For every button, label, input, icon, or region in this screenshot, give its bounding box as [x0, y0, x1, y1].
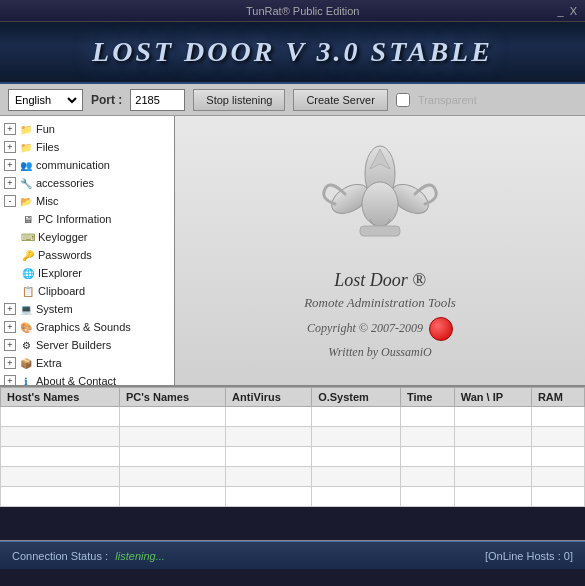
- svg-rect-4: [360, 226, 400, 236]
- online-hosts-label: [OnLine Hosts : 0]: [485, 550, 573, 562]
- passwords-label: Passwords: [38, 249, 92, 261]
- graphics-icon: 🎨: [18, 319, 34, 335]
- create-server-button[interactable]: Create Server: [293, 89, 387, 111]
- header: LOST DOOR V 3.0 STABLE: [0, 22, 585, 84]
- tree-item-communication[interactable]: + 👥 communication: [2, 156, 172, 174]
- iexplorer-label: IExplorer: [38, 267, 82, 279]
- pc-info-icon: 🖥: [20, 211, 36, 227]
- communication-label: communication: [36, 159, 110, 171]
- graphics-sounds-label: Graphics & Sounds: [36, 321, 131, 333]
- expand-extra[interactable]: +: [4, 357, 16, 369]
- data-table-container: Host's Names PC's Names AntiVirus O.Syst…: [0, 386, 585, 541]
- expand-fun[interactable]: +: [4, 123, 16, 135]
- tree-item-iexplorer[interactable]: 🌐 IExplorer: [2, 264, 172, 282]
- iexplorer-icon: 🌐: [20, 265, 36, 281]
- about-icon: ℹ: [18, 373, 34, 385]
- logo-circle: [429, 317, 453, 341]
- tree-item-clipboard[interactable]: 📋 Clipboard: [2, 282, 172, 300]
- app-title: TunRat® Public Edition: [48, 5, 558, 17]
- tree-item-pc-information[interactable]: 🖥 PC Information: [2, 210, 172, 228]
- communication-icon: 👥: [18, 157, 34, 173]
- keylogger-icon: ⌨: [20, 229, 36, 245]
- empty-row: [1, 467, 585, 487]
- files-label: Files: [36, 141, 59, 153]
- clipboard-icon: 📋: [20, 283, 36, 299]
- passwords-icon: 🔑: [20, 247, 36, 263]
- tree-item-system[interactable]: + 💻 System: [2, 300, 172, 318]
- connection-status-area: Connection Status : listening...: [12, 549, 165, 563]
- title-bar: TunRat® Public Edition _ X: [0, 0, 585, 22]
- expand-misc[interactable]: -: [4, 195, 16, 207]
- tree-item-files[interactable]: + 📁 Files: [2, 138, 172, 156]
- app-written-by: Written by OussamiO: [328, 345, 431, 360]
- table-body: [1, 407, 585, 507]
- connection-status-value: listening...: [115, 550, 165, 562]
- server-icon: ⚙: [18, 337, 34, 353]
- app-name: Lost Door ®: [334, 270, 426, 291]
- misc-icon: 📂: [18, 193, 34, 209]
- tree-item-misc[interactable]: - 📂 Misc: [2, 192, 172, 210]
- col-wan-ip: Wan \ IP: [454, 388, 531, 407]
- extra-icon: 📦: [18, 355, 34, 371]
- toolbar: English Port : Stop listening Create Ser…: [0, 84, 585, 116]
- files-icon: 📁: [18, 139, 34, 155]
- app-subtitle: Romote Administration Tools: [304, 295, 456, 311]
- status-bar: Connection Status : listening... [OnLine…: [0, 541, 585, 569]
- tree-item-extra[interactable]: + 📦 Extra: [2, 354, 172, 372]
- accessories-label: accessories: [36, 177, 94, 189]
- misc-label: Misc: [36, 195, 59, 207]
- tree-item-accessories[interactable]: + 🔧 accessories: [2, 174, 172, 192]
- tree-item-keylogger[interactable]: ⌨ Keylogger: [2, 228, 172, 246]
- transparent-label: Transparent: [418, 94, 477, 106]
- minimize-button[interactable]: _: [558, 5, 564, 17]
- expand-communication[interactable]: +: [4, 159, 16, 171]
- expand-server[interactable]: +: [4, 339, 16, 351]
- port-input[interactable]: [130, 89, 185, 111]
- empty-row: [1, 487, 585, 507]
- close-button[interactable]: X: [570, 5, 577, 17]
- stop-listening-button[interactable]: Stop listening: [193, 89, 285, 111]
- fun-label: Fun: [36, 123, 55, 135]
- title-controls[interactable]: _ X: [558, 5, 577, 17]
- col-host-names: Host's Names: [1, 388, 120, 407]
- system-label: System: [36, 303, 73, 315]
- col-antivirus: AntiVirus: [226, 388, 312, 407]
- tree-item-server-builders[interactable]: + ⚙ Server Builders: [2, 336, 172, 354]
- table-header-row: Host's Names PC's Names AntiVirus O.Syst…: [1, 388, 585, 407]
- transparent-checkbox[interactable]: [396, 93, 410, 107]
- port-label: Port :: [91, 93, 122, 107]
- expand-files[interactable]: +: [4, 141, 16, 153]
- empty-row: [1, 407, 585, 427]
- pc-information-label: PC Information: [38, 213, 111, 225]
- server-builders-label: Server Builders: [36, 339, 111, 351]
- info-panel: Lost Door ® Romote Administration Tools …: [175, 116, 585, 385]
- extra-label: Extra: [36, 357, 62, 369]
- expand-graphics[interactable]: +: [4, 321, 16, 333]
- col-ram: RAM: [531, 388, 584, 407]
- expand-about[interactable]: +: [4, 375, 16, 385]
- hosts-table: Host's Names PC's Names AntiVirus O.Syst…: [0, 387, 585, 507]
- main-content: + 📁 Fun + 📁 Files + 👥 communication + 🔧 …: [0, 116, 585, 386]
- tree-item-passwords[interactable]: 🔑 Passwords: [2, 246, 172, 264]
- empty-row: [1, 447, 585, 467]
- connection-status-label: Connection Status :: [12, 550, 108, 562]
- app-copyright: Copyright © 2007-2009: [307, 317, 453, 341]
- clipboard-label: Clipboard: [38, 285, 85, 297]
- language-dropdown[interactable]: English: [11, 93, 80, 107]
- language-selector[interactable]: English: [8, 89, 83, 111]
- keylogger-label: Keylogger: [38, 231, 88, 243]
- system-icon: 💻: [18, 301, 34, 317]
- fleur-de-lis: [300, 142, 460, 262]
- online-hosts-area: [OnLine Hosts : 0]: [485, 549, 573, 563]
- expand-accessories[interactable]: +: [4, 177, 16, 189]
- tree-item-graphics-sounds[interactable]: + 🎨 Graphics & Sounds: [2, 318, 172, 336]
- tree-item-about[interactable]: + ℹ About & Contact: [2, 372, 172, 385]
- svg-point-3: [362, 182, 398, 226]
- accessories-icon: 🔧: [18, 175, 34, 191]
- expand-system[interactable]: +: [4, 303, 16, 315]
- fun-icon: 📁: [18, 121, 34, 137]
- col-os: O.System: [312, 388, 401, 407]
- empty-row: [1, 427, 585, 447]
- tree-item-fun[interactable]: + 📁 Fun: [2, 120, 172, 138]
- logo: LOST DOOR V 3.0 STABLE: [92, 36, 493, 68]
